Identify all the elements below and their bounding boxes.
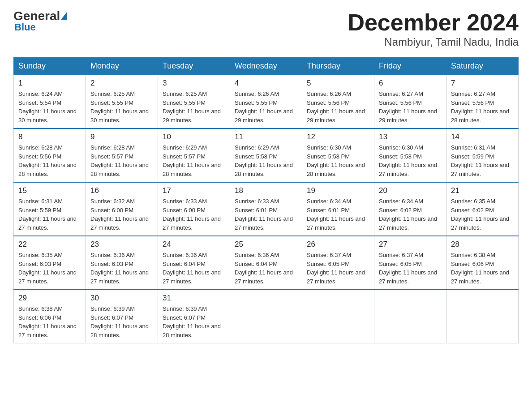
- day-info: Sunrise: 6:37 AM Sunset: 6:05 PM Dayligh…: [379, 251, 442, 286]
- day-number: 2: [90, 79, 153, 88]
- day-info: Sunrise: 6:28 AM Sunset: 5:56 PM Dayligh…: [18, 143, 81, 178]
- day-info: Sunrise: 6:38 AM Sunset: 6:06 PM Dayligh…: [451, 251, 514, 286]
- day-info: Sunrise: 6:36 AM Sunset: 6:04 PM Dayligh…: [163, 251, 225, 286]
- day-cell: 4 Sunrise: 6:26 AM Sunset: 5:55 PM Dayli…: [230, 75, 302, 128]
- day-info: Sunrise: 6:29 AM Sunset: 5:57 PM Dayligh…: [163, 143, 225, 178]
- week-row-4: 22 Sunrise: 6:35 AM Sunset: 6:03 PM Dayl…: [14, 236, 519, 290]
- location-title: Nambiyur, Tamil Nadu, India: [348, 36, 519, 48]
- day-info: Sunrise: 6:31 AM Sunset: 5:59 PM Dayligh…: [18, 197, 81, 232]
- day-info: Sunrise: 6:24 AM Sunset: 5:54 PM Dayligh…: [18, 90, 81, 124]
- header-cell-thursday: Thursday: [302, 58, 374, 75]
- day-info: Sunrise: 6:34 AM Sunset: 6:01 PM Dayligh…: [307, 197, 369, 232]
- header-cell-tuesday: Tuesday: [158, 58, 230, 75]
- day-cell: 8 Sunrise: 6:28 AM Sunset: 5:56 PM Dayli…: [14, 128, 86, 182]
- day-number: 23: [90, 240, 153, 249]
- calendar-table: SundayMondayTuesdayWednesdayThursdayFrid…: [13, 57, 519, 343]
- day-cell: 27 Sunrise: 6:37 AM Sunset: 6:05 PM Dayl…: [374, 236, 446, 290]
- day-number: 31: [163, 294, 225, 303]
- day-number: 17: [163, 186, 225, 195]
- day-number: 16: [90, 186, 153, 195]
- day-number: 3: [163, 79, 225, 88]
- day-number: 30: [90, 294, 153, 303]
- day-info: Sunrise: 6:35 AM Sunset: 6:02 PM Dayligh…: [451, 197, 514, 232]
- day-cell: 22 Sunrise: 6:35 AM Sunset: 6:03 PM Dayl…: [14, 236, 86, 290]
- day-cell: 2 Sunrise: 6:25 AM Sunset: 5:55 PM Dayli…: [86, 75, 158, 128]
- day-cell: 18 Sunrise: 6:33 AM Sunset: 6:01 PM Dayl…: [230, 182, 302, 236]
- day-number: 28: [451, 240, 514, 249]
- day-info: Sunrise: 6:29 AM Sunset: 5:58 PM Dayligh…: [235, 143, 297, 178]
- day-number: 1: [18, 79, 81, 88]
- day-number: 4: [235, 79, 297, 88]
- header-cell-monday: Monday: [86, 58, 158, 75]
- day-number: 15: [18, 186, 81, 195]
- day-info: Sunrise: 6:36 AM Sunset: 6:04 PM Dayligh…: [235, 251, 297, 286]
- week-row-1: 1 Sunrise: 6:24 AM Sunset: 5:54 PM Dayli…: [14, 75, 519, 128]
- header-cell-wednesday: Wednesday: [230, 58, 302, 75]
- day-number: 12: [307, 133, 369, 141]
- day-cell: [446, 290, 519, 343]
- logo-blue: Blue: [14, 21, 36, 33]
- header-cell-saturday: Saturday: [446, 58, 519, 75]
- day-cell: 1 Sunrise: 6:24 AM Sunset: 5:54 PM Dayli…: [14, 75, 86, 128]
- day-number: 24: [163, 240, 225, 249]
- day-cell: 13 Sunrise: 6:30 AM Sunset: 5:58 PM Dayl…: [374, 128, 446, 182]
- day-number: 25: [235, 240, 297, 249]
- day-number: 11: [235, 133, 297, 141]
- day-cell: 16 Sunrise: 6:32 AM Sunset: 6:00 PM Dayl…: [86, 182, 158, 236]
- day-info: Sunrise: 6:26 AM Sunset: 5:55 PM Dayligh…: [235, 90, 297, 124]
- day-number: 21: [451, 186, 514, 195]
- day-info: Sunrise: 6:33 AM Sunset: 6:00 PM Dayligh…: [163, 197, 225, 232]
- day-cell: 19 Sunrise: 6:34 AM Sunset: 6:01 PM Dayl…: [302, 182, 374, 236]
- week-row-5: 29 Sunrise: 6:38 AM Sunset: 6:06 PM Dayl…: [14, 290, 519, 343]
- day-cell: 29 Sunrise: 6:38 AM Sunset: 6:06 PM Dayl…: [14, 290, 86, 343]
- title-area: December 2024 Nambiyur, Tamil Nadu, Indi…: [348, 9, 519, 48]
- day-cell: 10 Sunrise: 6:29 AM Sunset: 5:57 PM Dayl…: [158, 128, 230, 182]
- day-cell: 17 Sunrise: 6:33 AM Sunset: 6:00 PM Dayl…: [158, 182, 230, 236]
- header-row: SundayMondayTuesdayWednesdayThursdayFrid…: [14, 58, 519, 75]
- day-cell: 20 Sunrise: 6:34 AM Sunset: 6:02 PM Dayl…: [374, 182, 446, 236]
- header-cell-friday: Friday: [374, 58, 446, 75]
- week-row-2: 8 Sunrise: 6:28 AM Sunset: 5:56 PM Dayli…: [14, 128, 519, 182]
- day-info: Sunrise: 6:27 AM Sunset: 5:56 PM Dayligh…: [379, 90, 442, 124]
- week-row-3: 15 Sunrise: 6:31 AM Sunset: 5:59 PM Dayl…: [14, 182, 519, 236]
- day-cell: [374, 290, 446, 343]
- day-cell: 7 Sunrise: 6:27 AM Sunset: 5:56 PM Dayli…: [446, 75, 519, 128]
- day-cell: 30 Sunrise: 6:39 AM Sunset: 6:07 PM Dayl…: [86, 290, 158, 343]
- header: General Blue December 2024 Nambiyur, Tam…: [13, 9, 519, 48]
- day-info: Sunrise: 6:27 AM Sunset: 5:56 PM Dayligh…: [451, 90, 514, 124]
- day-number: 8: [18, 133, 81, 141]
- day-info: Sunrise: 6:39 AM Sunset: 6:07 PM Dayligh…: [163, 304, 225, 339]
- logo: General Blue: [13, 9, 67, 33]
- logo-triangle-icon: [61, 12, 67, 20]
- day-info: Sunrise: 6:28 AM Sunset: 5:57 PM Dayligh…: [90, 143, 153, 178]
- day-number: 27: [379, 240, 442, 249]
- day-number: 9: [90, 133, 153, 141]
- day-cell: 25 Sunrise: 6:36 AM Sunset: 6:04 PM Dayl…: [230, 236, 302, 290]
- day-cell: 23 Sunrise: 6:36 AM Sunset: 6:03 PM Dayl…: [86, 236, 158, 290]
- calendar-body: 1 Sunrise: 6:24 AM Sunset: 5:54 PM Dayli…: [14, 75, 519, 343]
- day-info: Sunrise: 6:30 AM Sunset: 5:58 PM Dayligh…: [307, 143, 369, 178]
- day-info: Sunrise: 6:26 AM Sunset: 5:56 PM Dayligh…: [307, 90, 369, 124]
- day-number: 14: [451, 133, 514, 141]
- day-number: 6: [379, 79, 442, 88]
- day-info: Sunrise: 6:30 AM Sunset: 5:58 PM Dayligh…: [379, 143, 442, 178]
- day-cell: [302, 290, 374, 343]
- day-number: 7: [451, 79, 514, 88]
- day-cell: 21 Sunrise: 6:35 AM Sunset: 6:02 PM Dayl…: [446, 182, 519, 236]
- day-info: Sunrise: 6:33 AM Sunset: 6:01 PM Dayligh…: [235, 197, 297, 232]
- day-number: 5: [307, 79, 369, 88]
- header-cell-sunday: Sunday: [14, 58, 86, 75]
- day-cell: [230, 290, 302, 343]
- calendar-header: SundayMondayTuesdayWednesdayThursdayFrid…: [14, 58, 519, 75]
- day-cell: 3 Sunrise: 6:25 AM Sunset: 5:55 PM Dayli…: [158, 75, 230, 128]
- day-info: Sunrise: 6:39 AM Sunset: 6:07 PM Dayligh…: [90, 304, 153, 339]
- day-cell: 26 Sunrise: 6:37 AM Sunset: 6:05 PM Dayl…: [302, 236, 374, 290]
- day-cell: 24 Sunrise: 6:36 AM Sunset: 6:04 PM Dayl…: [158, 236, 230, 290]
- day-info: Sunrise: 6:25 AM Sunset: 5:55 PM Dayligh…: [90, 90, 153, 124]
- day-cell: 11 Sunrise: 6:29 AM Sunset: 5:58 PM Dayl…: [230, 128, 302, 182]
- day-info: Sunrise: 6:31 AM Sunset: 5:59 PM Dayligh…: [451, 143, 514, 178]
- day-number: 10: [163, 133, 225, 141]
- day-number: 22: [18, 240, 81, 249]
- day-cell: 9 Sunrise: 6:28 AM Sunset: 5:57 PM Dayli…: [86, 128, 158, 182]
- day-cell: 5 Sunrise: 6:26 AM Sunset: 5:56 PM Dayli…: [302, 75, 374, 128]
